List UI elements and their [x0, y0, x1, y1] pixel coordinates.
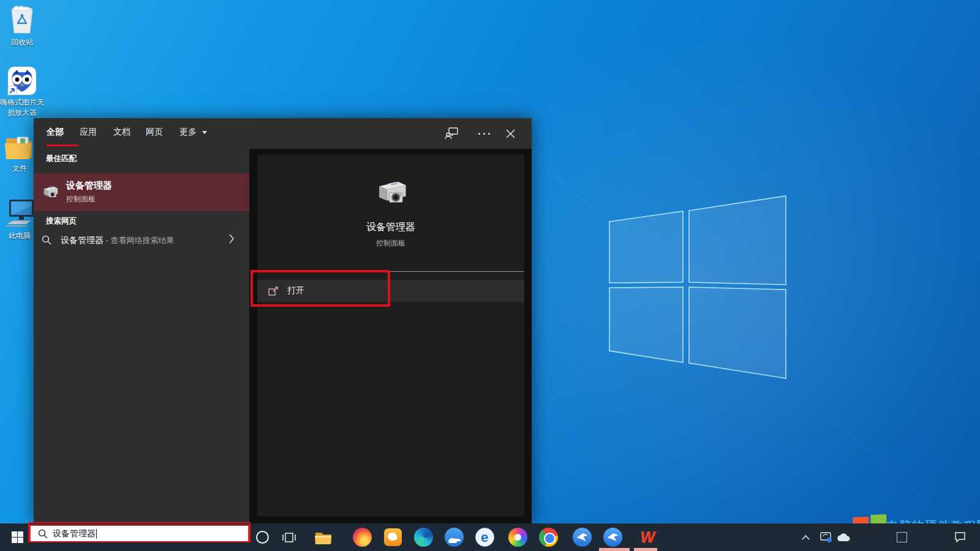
more-options-icon [478, 133, 480, 135]
tray-expand-button[interactable] [796, 523, 815, 551]
more-options-button[interactable] [476, 126, 492, 141]
tab-web[interactable]: 网页 [146, 127, 163, 138]
recycle-bin-icon [8, 4, 36, 36]
search-tabs-bar: 全部 应用 文档 网页 更多 [34, 118, 532, 149]
best-match-title: 设备管理器 [66, 180, 112, 192]
taskbar-icon-bird-browser-1[interactable] [571, 523, 592, 551]
desktop-icon-label: 嗨格式图片无损放大器 [0, 98, 44, 117]
taskbar-icon-edge[interactable] [413, 523, 434, 551]
device-manager-icon [41, 183, 59, 201]
tray-expand-chevron-icon [802, 535, 810, 540]
onedrive-cloud-icon [837, 533, 850, 542]
tab-all[interactable]: 全部 [47, 127, 64, 138]
this-pc-icon [3, 197, 36, 229]
tab-documents[interactable]: 文档 [113, 127, 130, 138]
tab-more[interactable]: 更多 [179, 127, 208, 138]
file-explorer-icon [315, 530, 332, 545]
owl-app-icon [7, 66, 37, 96]
folder-icon [4, 133, 36, 162]
wps-icon: W [640, 528, 655, 546]
edge-icon [414, 528, 433, 547]
user-account-icon [445, 127, 458, 140]
annotation-box-search [28, 522, 251, 542]
annotation-box-open [251, 270, 390, 307]
taskbar-icon-chrome[interactable] [538, 523, 559, 551]
search-icon [42, 235, 51, 245]
web-search-result-row[interactable]: 设备管理器 - 查看网络搜索结果 [34, 228, 249, 252]
taskbar-icon-qq-browser[interactable] [443, 523, 464, 551]
web-search-suffix: - 查看网络搜索结果 [104, 236, 175, 245]
preview-column: 设备管理器 控制面板 打开 [249, 149, 532, 523]
taskbar-icon-wheel-browser[interactable] [507, 523, 528, 551]
start-button[interactable] [5, 523, 29, 551]
best-match-section-label: 最佳匹配 [46, 154, 77, 164]
close-button[interactable] [502, 126, 518, 141]
input-indicator-icon [897, 532, 907, 542]
user-account-button[interactable] [443, 126, 459, 141]
tab-apps[interactable]: 应用 [80, 127, 97, 138]
active-tab-underline [47, 144, 78, 146]
desktop-icon-label: 回收站 [11, 38, 33, 47]
notification-center-button[interactable] [949, 523, 970, 551]
tray-sync-device[interactable] [817, 523, 835, 551]
desktop-icon-recycle-bin[interactable]: 回收站 [0, 4, 44, 48]
chevron-down-icon [202, 130, 208, 135]
tray-input-indicator[interactable] [894, 523, 909, 551]
taskbar-icon-uc-browser[interactable] [382, 523, 403, 551]
desktop-icon-label: 文件 [12, 164, 27, 173]
bird-browser-icon [603, 528, 622, 547]
uc-browser-icon [384, 528, 402, 546]
taskbar-icon-wps[interactable]: W [637, 523, 658, 551]
running-app-indicator [634, 548, 657, 551]
task-view-icon [282, 531, 296, 544]
taskbar-icon-firefox[interactable] [352, 523, 372, 551]
sync-device-icon [820, 532, 832, 543]
taskbar-icon-cortana[interactable] [250, 523, 274, 551]
windows-start-icon [12, 531, 23, 543]
close-icon [506, 129, 515, 138]
running-app-indicator [599, 548, 630, 551]
bird-browser-icon [573, 528, 592, 547]
taskbar-icon-file-explorer[interactable] [311, 523, 336, 551]
taskbar-icon-bird-browser-2[interactable] [602, 523, 623, 551]
qq-browser-icon [445, 528, 464, 547]
taskbar-icon-ie-browser[interactable]: e [474, 523, 495, 551]
best-match-subtitle: 控制面板 [66, 194, 96, 204]
web-search-section-label: 搜索网页 [46, 216, 77, 227]
cortana-icon [256, 531, 269, 544]
firefox-icon [353, 528, 372, 547]
wheel-browser-icon [508, 528, 527, 547]
preview-title: 设备管理器 [257, 221, 524, 234]
best-match-result-device-manager[interactable]: 设备管理器 控制面板 [34, 173, 249, 211]
preview-pane: 设备管理器 控制面板 打开 [257, 155, 524, 516]
web-search-query: 设备管理器 [61, 235, 104, 245]
taskbar-icon-task-view[interactable] [277, 523, 301, 551]
device-manager-icon-large [374, 175, 409, 211]
tray-onedrive[interactable] [834, 523, 853, 551]
chrome-icon [539, 528, 558, 547]
ie-browser-icon: e [475, 528, 494, 547]
preview-subtitle: 控制面板 [257, 238, 524, 249]
desktop-icon-image-enlarger[interactable]: 嗨格式图片无损放大器 [0, 66, 44, 118]
chevron-right-icon [228, 234, 235, 244]
search-flyout-panel: 全部 应用 文档 网页 更多 最佳匹配 [34, 118, 532, 523]
notification-bubble-icon [954, 532, 966, 542]
desktop-icon-label: 此电脑 [9, 231, 31, 240]
